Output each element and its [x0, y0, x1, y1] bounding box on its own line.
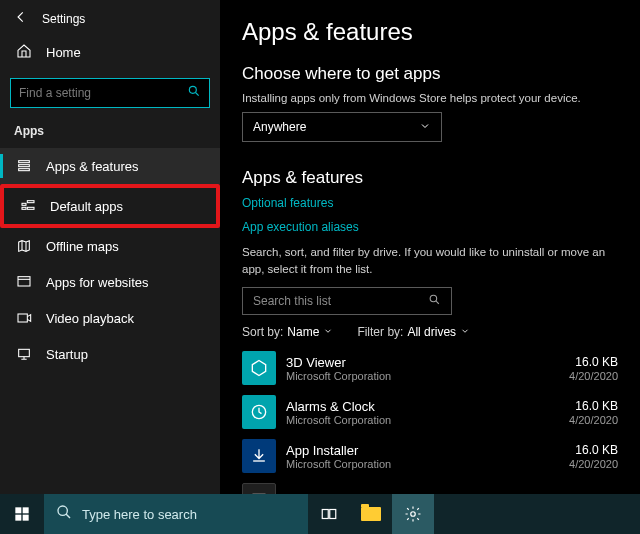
svg-point-18	[58, 506, 67, 515]
section-heading-apps: Apps & features	[242, 168, 618, 188]
sidebar-item-label: Startup	[46, 347, 88, 362]
svg-rect-5	[27, 201, 34, 203]
sidebar-item-apps-for-websites[interactable]: Apps for websites	[0, 264, 220, 300]
app-name: 3D Viewer	[286, 355, 559, 371]
svg-rect-14	[15, 507, 21, 513]
svg-rect-2	[19, 165, 30, 167]
svg-point-0	[189, 86, 196, 93]
svg-rect-4	[22, 203, 26, 205]
app-size: 16.0 KB	[569, 355, 618, 369]
app-size: 16.0 KB	[569, 399, 618, 413]
app-date: 4/20/2020	[569, 414, 618, 426]
app-date: 4/20/2020	[569, 370, 618, 382]
apps-websites-icon	[16, 274, 32, 290]
sort-value: Name	[287, 325, 319, 339]
app-row[interactable]: 3D Viewer Microsoft Corporation 16.0 KB …	[242, 351, 618, 385]
sidebar-item-startup[interactable]: Startup	[0, 336, 220, 372]
svg-rect-1	[19, 161, 30, 163]
search-icon	[428, 293, 441, 309]
chevron-down-icon	[419, 120, 431, 135]
chevron-down-icon	[323, 325, 333, 339]
sidebar-item-apps-features[interactable]: Apps & features	[0, 148, 220, 184]
taskbar-search-placeholder: Type here to search	[82, 507, 197, 522]
home-label: Home	[46, 45, 81, 60]
app-name: App Installer	[286, 443, 559, 459]
app-row[interactable]: App Installer Microsoft Corporation 16.0…	[242, 439, 618, 473]
section-helper-text: Installing apps only from Windows Store …	[242, 92, 618, 104]
sidebar-item-offline-maps[interactable]: Offline maps	[0, 228, 220, 264]
sidebar-nav: Apps & features Default apps Offline map…	[0, 148, 220, 372]
svg-rect-15	[23, 507, 29, 513]
sidebar-item-label: Offline maps	[46, 239, 119, 254]
sidebar-item-default-apps[interactable]: Default apps	[4, 188, 216, 224]
chevron-down-icon	[460, 325, 470, 339]
folder-icon	[361, 507, 381, 521]
file-explorer-icon[interactable]	[350, 494, 392, 534]
sort-filter-bar: Sort by: Name Filter by: All drives	[242, 325, 618, 339]
settings-header: Settings	[0, 0, 220, 33]
main-content: Apps & features Choose where to get apps…	[220, 0, 640, 494]
sidebar-section-label: Apps	[0, 118, 220, 148]
section-heading-where: Choose where to get apps	[242, 64, 618, 84]
app-tile-icon	[242, 395, 276, 429]
task-view-icon[interactable]	[308, 494, 350, 534]
sidebar-item-label: Apps for websites	[46, 275, 149, 290]
app-row[interactable]: Apple Software Update 2.38 MB	[242, 483, 618, 494]
app-tile-icon	[242, 483, 276, 494]
home-nav[interactable]: Home	[0, 33, 220, 72]
home-icon	[16, 43, 32, 62]
find-setting-search[interactable]	[10, 78, 210, 108]
apps-search-box[interactable]	[242, 287, 452, 315]
svg-rect-6	[22, 207, 26, 209]
apps-list: 3D Viewer Microsoft Corporation 16.0 KB …	[242, 351, 618, 494]
svg-rect-20	[330, 510, 336, 519]
annotation-highlight: Default apps	[0, 184, 220, 228]
dropdown-value: Anywhere	[253, 120, 306, 134]
sidebar-item-label: Default apps	[50, 199, 123, 214]
app-publisher: Microsoft Corporation	[286, 370, 559, 382]
svg-rect-3	[19, 169, 30, 171]
back-icon[interactable]	[14, 10, 28, 27]
start-button[interactable]	[0, 494, 44, 534]
apps-features-icon	[16, 158, 32, 174]
sort-by-control[interactable]: Sort by: Name	[242, 325, 333, 339]
app-source-dropdown[interactable]: Anywhere	[242, 112, 442, 142]
apps-search-input[interactable]	[253, 294, 428, 308]
settings-taskbar-icon[interactable]	[392, 494, 434, 534]
sort-label: Sort by:	[242, 325, 283, 339]
svg-point-21	[411, 512, 416, 517]
svg-rect-17	[23, 515, 29, 521]
app-tile-icon	[242, 439, 276, 473]
app-size: 16.0 KB	[569, 443, 618, 457]
sidebar-item-label: Video playback	[46, 311, 134, 326]
startup-icon	[16, 346, 32, 362]
svg-rect-7	[27, 207, 34, 209]
filter-value: All drives	[407, 325, 456, 339]
app-size: 2.38 MB	[573, 493, 618, 494]
video-playback-icon	[16, 310, 32, 326]
find-setting-input[interactable]	[19, 86, 187, 100]
app-date: 4/20/2020	[569, 458, 618, 470]
svg-point-11	[430, 296, 437, 303]
optional-features-link[interactable]: Optional features	[242, 196, 618, 210]
app-tile-icon	[242, 351, 276, 385]
sidebar-item-label: Apps & features	[46, 159, 139, 174]
offline-maps-icon	[16, 238, 32, 254]
app-row[interactable]: Alarms & Clock Microsoft Corporation 16.…	[242, 395, 618, 429]
search-icon	[56, 504, 72, 524]
default-apps-icon	[20, 198, 36, 214]
window-title: Settings	[42, 12, 85, 26]
apps-list-description: Search, sort, and filter by drive. If yo…	[242, 244, 618, 277]
app-publisher: Microsoft Corporation	[286, 414, 559, 426]
app-execution-aliases-link[interactable]: App execution aliases	[242, 220, 618, 234]
svg-rect-8	[18, 277, 30, 286]
taskbar: Type here to search	[0, 494, 640, 534]
filter-by-control[interactable]: Filter by: All drives	[357, 325, 470, 339]
taskbar-search[interactable]: Type here to search	[44, 494, 308, 534]
search-icon	[187, 84, 201, 102]
svg-rect-10	[19, 349, 30, 356]
page-title: Apps & features	[242, 18, 618, 46]
sidebar-item-video-playback[interactable]: Video playback	[0, 300, 220, 336]
svg-rect-16	[15, 515, 21, 521]
app-name: Alarms & Clock	[286, 399, 559, 415]
